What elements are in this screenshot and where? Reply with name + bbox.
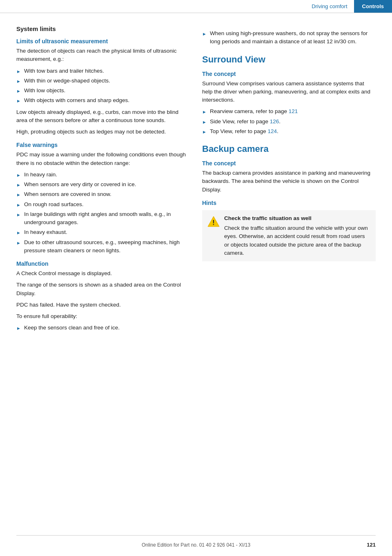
surround-view-concept-heading: The concept	[202, 71, 376, 77]
warning-triangle-icon: !	[207, 215, 220, 228]
page-link-124[interactable]: 124	[267, 128, 277, 134]
backup-camera-heading: Backup camera	[202, 144, 376, 154]
list-item: ►With low objects.	[16, 87, 190, 95]
backup-camera-concept-heading: The concept	[202, 160, 376, 167]
list-item: ►In large buildings with right angles an…	[16, 210, 190, 227]
page-link-126[interactable]: 126	[270, 118, 279, 125]
bullet-arrow-icon: ►	[16, 68, 21, 75]
malfunction-para1: A Check Control message is displayed.	[16, 269, 190, 278]
svg-text:!: !	[212, 219, 214, 226]
warning-text-block: Check the traffic situation as well Chec…	[224, 214, 371, 257]
list-item: ► Side View, refer to page 126.	[202, 118, 376, 126]
left-column: System limits Limits of ultrasonic measu…	[16, 25, 190, 336]
false-warnings-intro: PDC may issue a warning under the follow…	[16, 151, 190, 167]
bullet-arrow-icon: ►	[16, 325, 21, 332]
footer-page-number: 121	[367, 542, 376, 548]
bullet-arrow-icon: ►	[16, 78, 21, 85]
bullet-arrow-icon: ►	[16, 172, 21, 179]
bullet-arrow-icon: ►	[16, 88, 21, 95]
list-item: ►When sensors are covered in snow.	[16, 190, 190, 198]
false-warnings-heading: False warnings	[16, 142, 190, 148]
limits-ultrasonic-heading: Limits of ultrasonic measurement	[16, 38, 190, 44]
hints-heading: Hints	[202, 200, 376, 206]
limits-para1: Low objects already displayed, e.g., cur…	[16, 108, 190, 125]
bullet-arrow-icon: ►	[202, 119, 207, 126]
warning-title: Check the traffic situation as well	[224, 214, 371, 222]
right-column: ►When using high-pressure washers, do no…	[202, 25, 376, 336]
list-item: ►With thin or wedge-shaped objects.	[16, 77, 190, 85]
malfunction-para4: To ensure full operability:	[16, 312, 190, 320]
footer-line	[16, 535, 376, 536]
list-item: ►In heavy rain.	[16, 171, 190, 179]
page-link-121[interactable]: 121	[289, 108, 298, 114]
limits-para2: High, protruding objects such as ledges …	[16, 128, 190, 136]
header-controls: Controls	[354, 0, 392, 13]
warning-box: ! Check the traffic situation as well Ch…	[202, 210, 376, 261]
bullet-arrow-icon: ►	[202, 129, 207, 136]
list-item: ►Keep the sensors clean and free of ice.	[16, 324, 190, 332]
limits-bullets: ►With tow bars and trailer hitches. ►Wit…	[16, 67, 190, 105]
bullet-arrow-icon: ►	[16, 211, 21, 218]
list-item: ►With objects with corners and sharp edg…	[16, 96, 190, 105]
list-item: ►Due to other ultrasound sources, e.g., …	[16, 238, 190, 255]
bullet-arrow-icon: ►	[16, 191, 21, 198]
malfunction-bullets: ►Keep the sensors clean and free of ice.	[16, 324, 190, 332]
malfunction-heading: Malfunction	[16, 260, 190, 267]
list-item: ►In heavy exhaust.	[16, 228, 190, 236]
system-limits-heading: System limits	[16, 25, 190, 32]
list-item: ► Rearview camera, refer to page 121	[202, 107, 376, 116]
backup-camera-intro: The backup camera provides assistance in…	[202, 169, 376, 194]
list-item: ►With tow bars and trailer hitches.	[16, 67, 190, 75]
bullet-arrow-icon: ►	[16, 98, 21, 105]
malfunction-para2: The range of the sensors is shown as a s…	[16, 281, 190, 298]
bullet-arrow-icon: ►	[16, 240, 21, 247]
bullet-arrow-icon: ►	[202, 31, 207, 38]
false-warnings-bullets: ►In heavy rain. ►When sensors are very d…	[16, 171, 190, 255]
page-header: Driving comfort Controls	[0, 0, 392, 13]
list-item: ►When sensors are very dirty or covered …	[16, 180, 190, 189]
footer: Online Edition for Part no. 01 40 2 926 …	[0, 542, 392, 548]
warning-body: Check the traffic situation around the v…	[224, 225, 368, 256]
surround-view-bullets: ► Rearview camera, refer to page 121 ► S…	[202, 107, 376, 136]
list-item: ►On rough road surfaces.	[16, 200, 190, 209]
bullet-arrow-icon: ►	[16, 229, 21, 236]
limits-intro: The detection of objects can reach the p…	[16, 47, 190, 64]
list-item: ►When using high-pressure washers, do no…	[202, 29, 376, 46]
surround-view-heading: Surround View	[202, 54, 376, 65]
malfunction-para3: PDC has failed. Have the system checked.	[16, 301, 190, 309]
surround-view-intro: Surround View comprises various camera a…	[202, 80, 376, 105]
main-content: System limits Limits of ultrasonic measu…	[0, 13, 392, 352]
footer-text: Online Edition for Part no. 01 40 2 926 …	[142, 542, 250, 548]
header-driving-comfort: Driving comfort	[305, 0, 354, 13]
bullet-arrow-icon: ►	[202, 109, 207, 116]
bullet-arrow-icon: ►	[16, 202, 21, 209]
bullet-arrow-icon: ►	[16, 182, 21, 189]
high-pressure-bullets: ►When using high-pressure washers, do no…	[202, 29, 376, 46]
list-item: ► Top View, refer to page 124.	[202, 127, 376, 136]
